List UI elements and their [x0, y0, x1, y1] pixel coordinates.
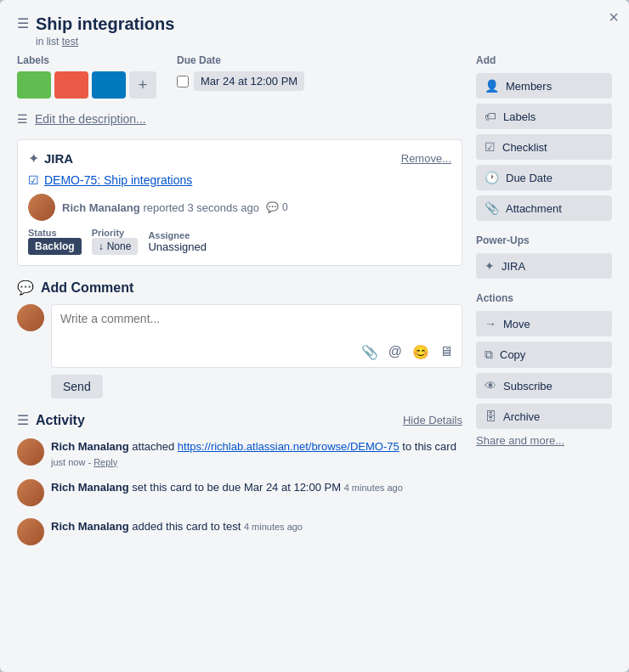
- label-chip-green[interactable]: [17, 71, 51, 99]
- card-ref-icon[interactable]: 🖥: [439, 344, 453, 360]
- activity-time-1: just now: [51, 457, 85, 467]
- edit-description-link[interactable]: Edit the description...: [35, 112, 146, 126]
- jira-reporter-avatar: [28, 194, 55, 221]
- card-title: Ship integrations: [36, 14, 612, 34]
- jira-reporter-info: Rich Manalang reported 3 seconds ago: [62, 200, 259, 214]
- comment-input-area: 📎 @ 😊 🖥 Send: [51, 304, 462, 398]
- status-badge[interactable]: Backlog: [28, 238, 82, 255]
- move-label: Move: [503, 318, 530, 330]
- subscribe-button[interactable]: 👁 Subscribe: [476, 373, 612, 398]
- labels-field-label: Labels: [17, 54, 156, 66]
- hide-details-link[interactable]: Hide Details: [403, 414, 462, 426]
- jira-powerup-icon: ✦: [484, 259, 495, 273]
- activity-avatar-2: [17, 479, 44, 506]
- activity-avatar-3: [17, 518, 44, 545]
- powerups-section: Power-Ups ✦ JIRA: [476, 234, 612, 279]
- comment-textarea[interactable]: [60, 312, 453, 339]
- comment-input-row: 📎 @ 😊 🖥 Send: [17, 304, 462, 398]
- archive-icon: 🗄: [484, 409, 496, 423]
- activity-section: ☰ Activity Hide Details Rich Manalang at…: [17, 412, 462, 545]
- jira-remove-link[interactable]: Remove...: [401, 152, 451, 165]
- description-row: ☰ Edit the description...: [17, 112, 462, 126]
- activity-section-icon: ☰: [17, 412, 29, 428]
- activity-meta-1: just now - Reply: [51, 457, 462, 467]
- labels-duedate-row: Labels + Due Date Mar 24 at 12:00 PM: [17, 54, 462, 99]
- card-modal: × ☰ Ship integrations in list test Label…: [0, 0, 629, 672]
- priority-value: None: [107, 240, 132, 252]
- checklist-label: Checklist: [502, 141, 547, 154]
- card-subtitle: in list test: [36, 36, 612, 48]
- subscribe-label: Subscribe: [503, 380, 552, 392]
- jira-reporter-row: Rich Manalang reported 3 seconds ago 💬 0: [28, 194, 451, 221]
- due-date-value[interactable]: Mar 24 at 12:00 PM: [194, 71, 304, 91]
- mention-icon[interactable]: @: [388, 344, 402, 360]
- reply-link-1[interactable]: Reply: [94, 457, 117, 467]
- reporter-text: Rich Manalang reported 3 seconds ago: [62, 201, 259, 214]
- activity-item-2: Rich Manalang set this card to be due Ma…: [17, 479, 462, 506]
- jira-issue-link-row: ☑ DEMO-75: Ship integrations: [28, 173, 451, 187]
- assignee-value: Unassigned: [148, 240, 207, 253]
- comment-section-icon: 💬: [17, 280, 34, 296]
- activity-title-row: ☰ Activity: [17, 412, 85, 428]
- due-date-row: Mar 24 at 12:00 PM: [177, 71, 304, 91]
- jira-comment-count: 💬 0: [266, 201, 288, 213]
- due-date-checkbox[interactable]: [177, 76, 189, 88]
- add-section: Add 👤 Members 🏷 Labels ☑ Checklist 🕐 Due…: [476, 54, 612, 221]
- attachment-button[interactable]: 📎 Attachment: [476, 195, 612, 221]
- jira-issue-title[interactable]: DEMO-75: Ship integrations: [44, 173, 192, 187]
- labels-label: Labels: [503, 110, 536, 123]
- add-comment-title-row: 💬 Add Comment: [17, 280, 462, 296]
- jira-issue-checkbox-icon: ☑: [28, 173, 39, 187]
- labels-row: +: [17, 71, 156, 99]
- attachment-icon-sidebar: 📎: [484, 201, 499, 215]
- description-icon: ☰: [17, 112, 28, 126]
- archive-button[interactable]: 🗄 Archive: [476, 404, 612, 429]
- labels-icon: 🏷: [484, 110, 496, 123]
- activity-time-3: 4 minutes ago: [244, 522, 303, 532]
- main-column: Labels + Due Date Mar 24 at 12:00 PM: [17, 54, 462, 655]
- jira-assignee-item: Assignee Unassigned: [148, 230, 207, 253]
- jira-powerup-button[interactable]: ✦ JIRA: [476, 253, 612, 279]
- activity-user-3: Rich Manalang: [51, 520, 129, 533]
- jira-status-item: Status Backlog: [28, 228, 82, 255]
- labels-group: Labels +: [17, 54, 156, 99]
- actions-section-title: Actions: [476, 292, 612, 304]
- jira-section: ✦ JIRA Remove... ☑ DEMO-75: Ship integra…: [17, 139, 462, 266]
- comment-textarea-wrapper[interactable]: 📎 @ 😊 🖥: [51, 304, 462, 368]
- close-button[interactable]: ×: [609, 8, 619, 25]
- activity-time-2: 4 minutes ago: [344, 483, 403, 493]
- jira-title: JIRA: [44, 151, 73, 166]
- comment-toolbar: 📎 @ 😊 🖥: [60, 344, 453, 360]
- list-name-link[interactable]: test: [62, 36, 78, 48]
- copy-icon: ⧉: [484, 347, 493, 362]
- due-date-label: Due Date: [506, 172, 552, 184]
- send-comment-button[interactable]: Send: [51, 375, 103, 398]
- members-icon: 👤: [484, 79, 499, 93]
- activity-content-3: Rich Manalang added this card to test 4 …: [51, 518, 462, 535]
- due-date-icon: 🕐: [484, 171, 499, 184]
- due-date-button[interactable]: 🕐 Due Date: [476, 165, 612, 190]
- share-and-more-link[interactable]: Share and more...: [476, 434, 612, 447]
- activity-title: Activity: [36, 413, 85, 428]
- card-icon: ☰: [17, 15, 29, 31]
- jira-powerup-label: JIRA: [502, 260, 525, 273]
- status-label: Status: [28, 228, 82, 238]
- members-button[interactable]: 👤 Members: [476, 73, 612, 99]
- activity-item: Rich Manalang attached https://richlab.a…: [17, 438, 462, 467]
- label-chip-red[interactable]: [54, 71, 88, 99]
- activity-link-1[interactable]: https://richlab.atlassian.net/browse/DEM…: [178, 440, 400, 453]
- comment-count-value: 0: [282, 201, 288, 213]
- label-chip-blue[interactable]: [92, 71, 126, 99]
- move-button[interactable]: → Move: [476, 311, 612, 336]
- actions-section: Actions → Move ⧉ Copy 👁 Subscribe 🗄 Arch…: [476, 292, 612, 447]
- jira-priority-item: Priority ↓ None: [92, 228, 139, 255]
- labels-button[interactable]: 🏷 Labels: [476, 104, 612, 129]
- attachment-icon[interactable]: 📎: [361, 344, 378, 360]
- checklist-button[interactable]: ☑ Checklist: [476, 134, 612, 160]
- activity-text-3: Rich Manalang added this card to test 4 …: [51, 518, 462, 535]
- priority-badge[interactable]: ↓ None: [92, 238, 139, 255]
- add-label-button[interactable]: +: [129, 71, 156, 99]
- modal-header: ☰ Ship integrations in list test: [0, 0, 629, 54]
- copy-button[interactable]: ⧉ Copy: [476, 342, 612, 368]
- emoji-icon[interactable]: 😊: [412, 344, 429, 360]
